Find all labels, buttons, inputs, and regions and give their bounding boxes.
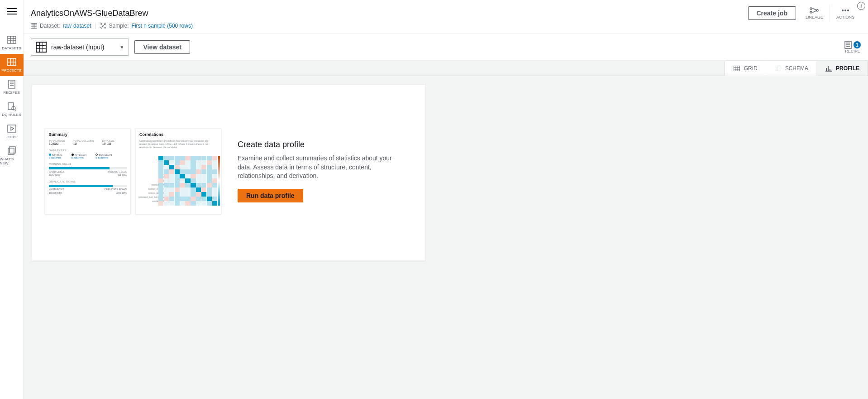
toolbar: raw-dataset (Input) ▼ View dataset 1 REC… (24, 34, 868, 61)
nav-label: DQ RULES (2, 113, 21, 117)
valid-cells-pct: 88% (55, 174, 60, 177)
svg-point-22 (816, 10, 818, 11)
nav-label: PROJECTS (1, 68, 21, 72)
profile-body: Examine and collect summaries of statist… (238, 154, 396, 181)
svg-point-25 (847, 10, 849, 11)
recipe-button[interactable]: 1 RECIPE (844, 41, 861, 53)
nav-datasets[interactable]: DATASETS (0, 32, 24, 54)
svg-rect-46 (775, 66, 781, 71)
nav-label: RECIPES (3, 91, 20, 95)
dup-rows-val: 1000 (115, 192, 121, 194)
dataset-icon (31, 23, 37, 29)
total-rows-value: 10,000 (49, 142, 65, 145)
dq-rules-icon (7, 102, 16, 111)
nav-label: DATASETS (2, 46, 21, 50)
lineage-icon (810, 7, 819, 14)
tab-grid[interactable]: GRID (725, 61, 766, 76)
valid-rows-label: VALID ROWS (49, 188, 64, 191)
lineage-button[interactable]: LINEAGE (799, 5, 830, 21)
duplicate-rows-heading: DUPLICATE ROWS (49, 180, 127, 183)
dataset-link[interactable]: raw-dataset (63, 23, 91, 29)
svg-point-20 (810, 8, 812, 10)
svg-rect-13 (8, 103, 14, 110)
summary-thumb: Summary TOTAL ROWS10,000 TOTAL COLUMNS10… (45, 128, 131, 214)
actions-icon (841, 7, 849, 14)
projects-icon (7, 58, 16, 67)
valid-cells-val: 10 M (49, 174, 54, 177)
hamburger-menu-icon[interactable] (7, 6, 17, 16)
integer-cols: 5 columns (72, 156, 87, 159)
tab-schema-label: SCHEMA (785, 65, 808, 72)
svg-rect-0 (8, 36, 16, 43)
string-cols: 5 columns (49, 156, 62, 159)
info-rail: i (854, 2, 868, 10)
profile-panel: Summary TOTAL ROWS10,000 TOTAL COLUMNS10… (32, 84, 425, 261)
profile-heading: Create data profile (238, 140, 396, 149)
chevron-down-icon: ▼ (120, 45, 124, 50)
nav-dq-rules[interactable]: DQ RULES (0, 98, 24, 120)
nav-jobs[interactable]: JOBS (0, 120, 24, 143)
actions-label: ACTIONS (836, 15, 854, 19)
data-size-value: 19 GB (102, 142, 114, 145)
svg-line-15 (15, 110, 16, 111)
dataset-selector[interactable]: raw-dataset (Input) ▼ (31, 38, 129, 56)
header-breadcrumbs: Dataset: raw-dataset | Sample: First n s… (24, 22, 868, 34)
main-area: i AnalyticsOnAWS-GlueDataBrew Create job… (24, 0, 868, 399)
nav-recipes[interactable]: RECIPES (0, 76, 24, 98)
info-icon[interactable]: i (857, 2, 865, 10)
svg-point-24 (844, 10, 846, 11)
valid-rows-pct: 88% (57, 192, 62, 194)
tab-schema[interactable]: SCHEMA (766, 61, 817, 76)
svg-rect-26 (31, 24, 37, 29)
jobs-icon (7, 124, 16, 133)
total-cols-value: 10 (73, 142, 94, 145)
content-area: Summary TOTAL ROWS10,000 TOTAL COLUMNS10… (24, 76, 868, 399)
tab-profile-label: PROFILE (836, 65, 859, 72)
dataset-crumb: Dataset: raw-dataset (31, 23, 91, 29)
sample-label: Sample: (109, 23, 129, 29)
tabs-row: GRID SCHEMA PROFILE (24, 61, 868, 76)
correlations-title: Correlations (139, 132, 217, 137)
run-data-profile-button[interactable]: Run data profile (238, 189, 303, 202)
valid-cells-label: VALID CELLS (49, 170, 64, 173)
nav-projects[interactable]: PROJECTS (0, 54, 24, 76)
view-dataset-button[interactable]: View dataset (134, 40, 190, 54)
missing-cells-label: MISSING CELLS (108, 170, 127, 173)
correlations-desc: Correlation coefficient (r) defines how … (139, 139, 217, 149)
data-types-heading: DATA TYPES (49, 149, 127, 152)
header-primary: AnalyticsOnAWS-GlueDataBrew Create job L… (24, 0, 868, 22)
sample-icon (100, 23, 106, 29)
datasets-icon (7, 35, 16, 44)
lineage-label: LINEAGE (806, 15, 823, 19)
boolean-cols: 5 columns (95, 156, 112, 159)
heatmap-icon (158, 156, 217, 206)
missing-cells-val: 1M (118, 174, 121, 177)
tab-grid-label: GRID (744, 65, 758, 72)
nav-label: JOBS (7, 135, 17, 139)
dup-rows-pct: 10% (122, 192, 127, 194)
crumb-separator: | (95, 23, 96, 29)
dataset-selected-label: raw-dataset (Input) (51, 43, 105, 51)
svg-rect-41 (734, 66, 739, 71)
create-job-button[interactable]: Create job (748, 6, 796, 20)
correlations-thumb: Correlations Correlation coefficient (r)… (135, 128, 221, 214)
nav-whats-new[interactable]: WHAT'S NEW (0, 143, 24, 169)
valid-rows-val: 10,000 (49, 192, 57, 194)
summary-title: Summary (49, 132, 127, 137)
recipes-icon (7, 80, 16, 89)
svg-marker-17 (11, 127, 14, 130)
sample-crumb: Sample: First n sample (500 rows) (100, 23, 193, 29)
profile-tab-icon (825, 65, 832, 72)
sample-link[interactable]: First n sample (500 rows) (132, 23, 193, 29)
svg-rect-16 (8, 125, 16, 132)
svg-point-21 (810, 11, 812, 13)
recipe-count-badge: 1 (854, 41, 861, 48)
svg-rect-18 (8, 148, 14, 154)
grid-icon (36, 42, 47, 53)
page-title: AnalyticsOnAWS-GlueDataBrew (31, 9, 748, 18)
recipe-icon (844, 41, 852, 49)
profile-text-block: Create data profile Examine and collect … (238, 140, 396, 202)
svg-rect-19 (10, 147, 15, 153)
tab-profile[interactable]: PROFILE (817, 61, 868, 76)
schema-tab-icon (774, 65, 782, 72)
